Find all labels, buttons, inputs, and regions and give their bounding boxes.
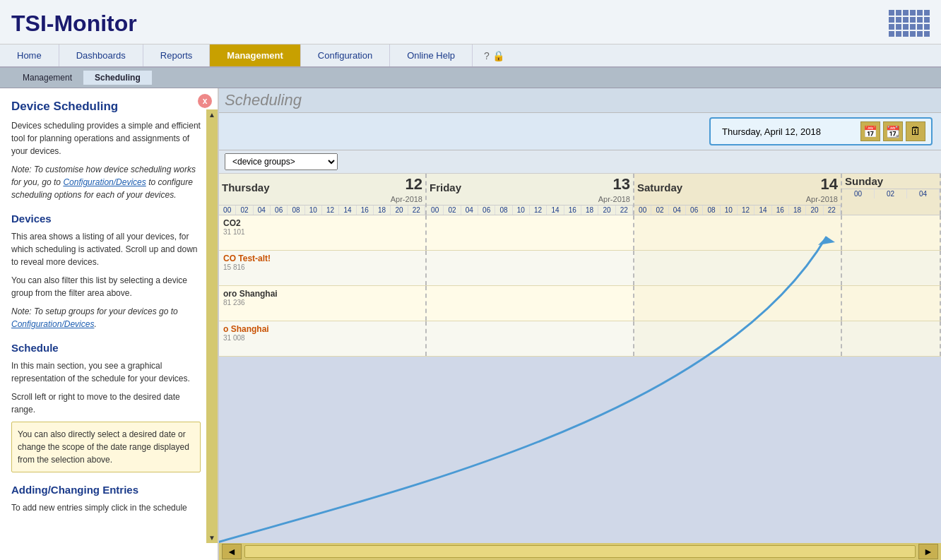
schedule-cell[interactable] <box>634 251 842 285</box>
device-row <box>219 251 941 286</box>
schedule-body: CO231 101CO Test-alt!15 816oro Shanghai8… <box>219 215 941 543</box>
subnav-scheduling[interactable]: Scheduling <box>83 71 152 85</box>
subnav: Management Scheduling <box>0 68 941 88</box>
scroll-right-button[interactable]: ► <box>918 544 938 559</box>
help-title: Device Scheduling <box>11 100 201 114</box>
help-icon: ? <box>484 50 490 61</box>
config-devices-link1[interactable]: Configuration/Devices <box>63 177 146 187</box>
day-header-friday: Friday13Apr-2018000204060810121416182022 <box>427 174 634 215</box>
schedule-cell[interactable] <box>634 286 842 321</box>
device-row <box>219 286 941 321</box>
schedule-cell[interactable] <box>842 286 941 321</box>
date-picker-box: 📅 📆 🗓 <box>709 117 933 145</box>
help-schedule-title: Schedule <box>11 342 201 354</box>
day-header-thursday: Thursday12Apr-20180002040608101214161820… <box>219 174 427 215</box>
day-header-sunday: Sunday000204 <box>842 174 941 215</box>
calendar-controls: 📅 📆 🗓 <box>219 113 941 150</box>
help-adding-text: To add new entries simply click in the s… <box>11 501 201 514</box>
schedule-cell[interactable] <box>634 215 842 250</box>
schedule-cell[interactable] <box>427 251 634 285</box>
subnav-management[interactable]: Management <box>11 71 83 85</box>
help-panel-content: Device Scheduling Devices scheduling pro… <box>0 88 218 560</box>
help-schedule-highlight: You can also directly select a desired d… <box>11 422 201 472</box>
app-title: TSI-Monitor <box>11 11 137 37</box>
schedule-cell[interactable] <box>219 251 427 285</box>
nav-management[interactable]: Management <box>210 44 300 66</box>
scroll-left-button[interactable]: ◄ <box>222 544 242 559</box>
nav-online-help[interactable]: Online Help <box>390 44 473 66</box>
device-group-select[interactable]: <device groups> <box>225 153 338 170</box>
date-input[interactable] <box>716 124 858 140</box>
schedule-main: Scheduling 📅 📆 🗓 <device groups> <box>219 88 941 560</box>
schedule-cell[interactable] <box>634 321 842 356</box>
help-intro: Devices scheduling provides a simple and… <box>11 119 201 157</box>
cal-day-btn[interactable]: 📅 <box>860 121 880 141</box>
help-panel: x ▲ ▼ Device Scheduling Devices scheduli… <box>0 88 219 560</box>
cal-month-btn[interactable]: 🗓 <box>906 121 925 141</box>
device-row <box>219 321 941 357</box>
help-schedule-text1: In this main section, you see a graphica… <box>11 359 201 385</box>
help-devices-note: Note: To setup groups for your devices g… <box>11 305 201 330</box>
scroll-down-button[interactable]: ▼ <box>208 534 215 542</box>
scroll-up-button[interactable]: ▲ <box>208 111 215 119</box>
nav-dashboards[interactable]: Dashboards <box>59 44 143 66</box>
schedule-cell[interactable] <box>427 286 634 321</box>
help-note1: Note: To customise how device scheduling… <box>11 163 201 201</box>
nav-reports[interactable]: Reports <box>143 44 211 66</box>
help-schedule-text2: Scroll left or right to move to the desi… <box>11 391 201 416</box>
scroll-bar: ◄ ► <box>219 543 941 560</box>
page-title-bar: Scheduling <box>219 88 941 113</box>
main-nav: Home Dashboards Reports Management Confi… <box>0 44 941 68</box>
cal-week-btn[interactable]: 📆 <box>883 121 903 141</box>
lock-icon: 🔒 <box>492 50 504 61</box>
schedule-cell[interactable] <box>842 215 941 250</box>
schedule-cell[interactable] <box>842 251 941 285</box>
schedule-cell[interactable] <box>427 215 634 250</box>
schedule-cell[interactable] <box>219 215 427 250</box>
device-row <box>219 215 941 251</box>
help-adding-title: Adding/Changing Entries <box>11 484 201 496</box>
logo-icon <box>873 6 930 41</box>
filter-row: <device groups> <box>219 150 941 174</box>
main-content: x ▲ ▼ Device Scheduling Devices scheduli… <box>0 88 941 560</box>
schedule-wrapper: <device groups> Thursday12Apr-2018000204… <box>219 150 941 560</box>
help-close-button[interactable]: x <box>198 94 212 108</box>
schedule-cell[interactable] <box>219 321 427 356</box>
nav-home[interactable]: Home <box>0 44 59 66</box>
help-devices-text2: You can also filter this list by selecti… <box>11 274 201 299</box>
scroll-track[interactable] <box>244 545 916 558</box>
schedule-cell[interactable] <box>842 321 941 356</box>
schedule-day-headers: Thursday12Apr-20180002040608101214161820… <box>219 174 941 215</box>
schedule-cell[interactable] <box>219 286 427 321</box>
page-title: Scheduling <box>225 91 302 109</box>
help-devices-title: Devices <box>11 213 201 225</box>
help-devices-text1: This area shows a listing of all your de… <box>11 230 201 268</box>
config-devices-link2[interactable]: Configuration/Devices <box>11 319 94 329</box>
schedule-cell[interactable] <box>427 321 634 356</box>
nav-configuration[interactable]: Configuration <box>301 44 390 66</box>
app-header: TSI-Monitor <box>0 0 941 44</box>
day-header-saturday: Saturday14Apr-20180002040608101214161820… <box>634 174 842 215</box>
